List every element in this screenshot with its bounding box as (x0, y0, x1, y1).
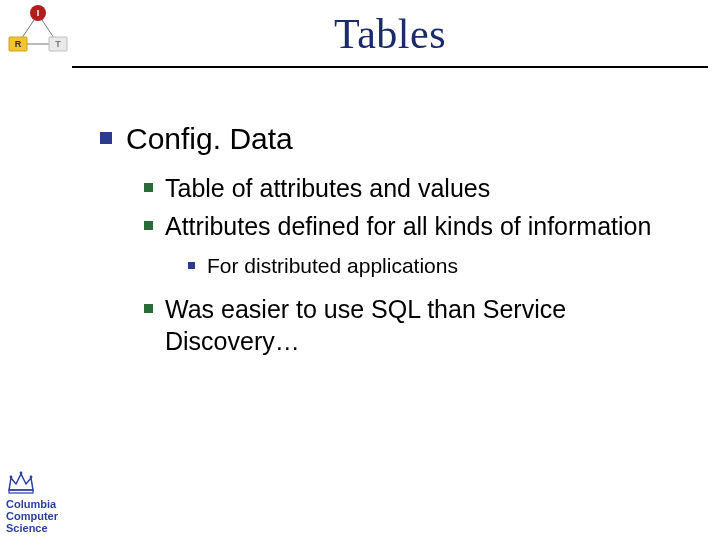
bullet-text: Config. Data (126, 120, 293, 158)
bullet-text: Was easier to use SQL than Service Disco… (165, 293, 660, 357)
svg-point-7 (10, 475, 13, 478)
square-bullet-icon (100, 132, 112, 144)
crown-icon (6, 468, 36, 496)
columbia-footer-logo: Columbia Computer Science (6, 468, 80, 534)
content-area: Config. Data Table of attributes and val… (100, 120, 660, 363)
square-bullet-icon (144, 221, 153, 230)
logo-node-r-label: R (15, 39, 22, 49)
svg-point-8 (20, 471, 23, 474)
bullet-level1: Config. Data (100, 120, 660, 158)
footer-line: Computer (6, 510, 80, 522)
square-bullet-icon (188, 262, 195, 269)
bullet-text: Table of attributes and values (165, 172, 490, 204)
bullet-level2: Was easier to use SQL than Service Disco… (144, 293, 660, 357)
svg-point-9 (30, 475, 33, 478)
slide-title: Tables (80, 10, 700, 58)
bullet-text: Attributes defined for all kinds of info… (165, 210, 651, 242)
irt-triangle-logo: I R T (6, 4, 70, 58)
footer-line: Science (6, 522, 80, 534)
logo-node-t-label: T (55, 39, 61, 49)
bullet-level2: Attributes defined for all kinds of info… (144, 210, 660, 242)
slide: I R T Tables Config. Data Table of attri… (0, 0, 720, 540)
title-wrap: Tables (80, 10, 700, 58)
footer-line: Columbia (6, 498, 80, 510)
bullet-text: For distributed applications (207, 252, 458, 279)
footer-text: Columbia Computer Science (6, 498, 80, 534)
square-bullet-icon (144, 304, 153, 313)
svg-rect-6 (9, 490, 33, 493)
title-underline (72, 66, 708, 68)
logo-node-i-label: I (37, 8, 40, 18)
square-bullet-icon (144, 183, 153, 192)
bullet-level2: Table of attributes and values (144, 172, 660, 204)
bullet-level3: For distributed applications (188, 252, 660, 279)
